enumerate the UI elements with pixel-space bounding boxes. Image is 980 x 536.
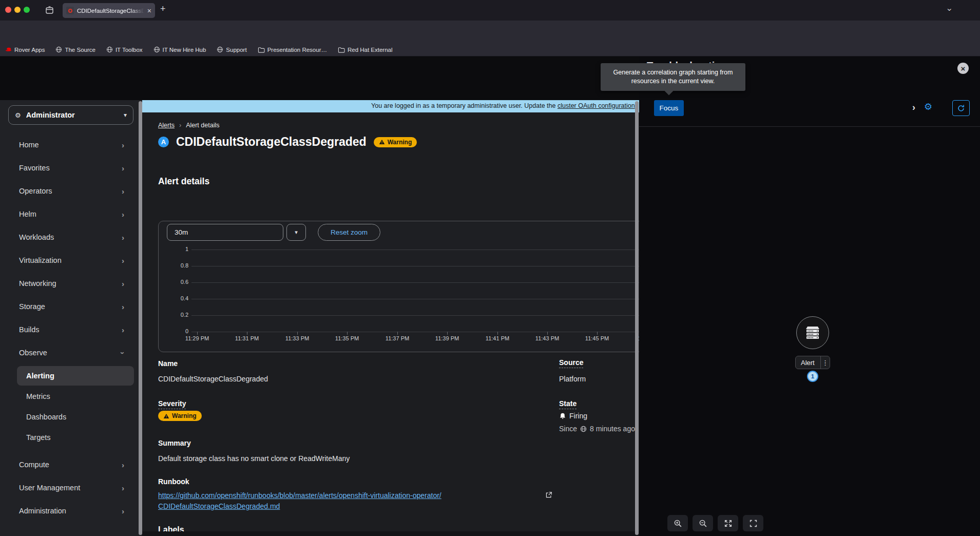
- panel-refresh-button[interactable]: [952, 100, 970, 116]
- sidebar-item-alerting[interactable]: Alerting: [0, 368, 142, 386]
- bookmark-folder-red-hat-external[interactable]: Red Hat External: [338, 47, 393, 53]
- window-minimize-button[interactable]: [14, 7, 21, 13]
- zoom-out-button[interactable]: [693, 515, 713, 531]
- focus-button[interactable]: Focus: [654, 100, 684, 116]
- caret-down-icon: ▾: [124, 111, 127, 119]
- new-tab-button[interactable]: +: [160, 4, 166, 14]
- chevron-right-icon: ›: [122, 210, 124, 219]
- sidebar-item-observe[interactable]: Observe›: [0, 345, 142, 362]
- x-tick-mark: [297, 332, 298, 335]
- redhat-icon: [5, 47, 12, 52]
- duration-caret-button[interactable]: ▾: [286, 224, 306, 241]
- sidebar-item-compute[interactable]: Compute›: [0, 457, 142, 474]
- bookmarks-bar: Rover Apps The Source IT Toolbox IT New …: [0, 43, 980, 56]
- reset-zoom-button[interactable]: Reset zoom: [318, 224, 380, 241]
- sidebar-item-dashboards[interactable]: Dashboards: [0, 409, 142, 427]
- bookmark-it-new-hire-hub[interactable]: IT New Hire Hub: [153, 46, 206, 53]
- sidebar-item-workloads[interactable]: Workloads›: [0, 229, 142, 247]
- cluster-oauth-link[interactable]: cluster OAuth configuration: [558, 102, 635, 109]
- fit-to-screen-button[interactable]: [718, 515, 738, 531]
- browser-toolbar: ← → https://console-openshift-console.ap…: [0, 21, 980, 43]
- sidebar-item-operators[interactable]: Operators›: [0, 183, 142, 201]
- refresh-sync-icon: [957, 104, 965, 112]
- node-count-badge: 1: [807, 371, 818, 382]
- sidebar-item-user-management[interactable]: User Management›: [0, 480, 142, 497]
- sidebar-item-networking[interactable]: Networking›: [0, 276, 142, 293]
- x-tick: 11:29 PM: [185, 335, 209, 341]
- bookmark-the-source[interactable]: The Source: [55, 46, 95, 53]
- gridline: [191, 282, 639, 283]
- severity-warning-badge: Warning: [158, 411, 202, 421]
- runbook-label: Runbook: [158, 477, 189, 486]
- tab-container-icon[interactable]: [45, 6, 54, 14]
- bell-icon: [559, 412, 566, 420]
- topology-alert-node[interactable]: [796, 316, 829, 349]
- duration-select[interactable]: 30m: [167, 224, 283, 241]
- state-value-row: Firing: [559, 412, 587, 420]
- sidebar-item-storage[interactable]: Storage›: [0, 299, 142, 316]
- perspective-switcher[interactable]: ⚙ Administrator ▾: [8, 105, 133, 125]
- tab-overflow-chevron-icon[interactable]: ›: [945, 8, 954, 11]
- y-tick: 1: [164, 246, 188, 252]
- caret-down-icon: ▾: [295, 229, 298, 236]
- sidebar-item-builds[interactable]: Builds›: [0, 322, 142, 339]
- chevron-right-icon: ›: [122, 233, 124, 242]
- sidebar-scrollbar[interactable]: [139, 101, 142, 535]
- x-tick-mark: [597, 332, 598, 335]
- expand-arrows-icon: [724, 519, 733, 528]
- chevron-right-icon: ›: [122, 302, 124, 311]
- chevron-right-icon: ›: [122, 484, 124, 492]
- browser-tab[interactable]: CDIDefaultStorageClassDegrad ×: [63, 3, 155, 18]
- sidebar-item-administration[interactable]: Administration›: [0, 503, 142, 521]
- globe-icon: [217, 46, 223, 53]
- x-tick: 11:31 PM: [235, 335, 259, 341]
- banner-text: You are logged in as a temporary adminis…: [371, 102, 635, 109]
- window-zoom-button[interactable]: [24, 7, 30, 13]
- chevron-right-icon: ›: [122, 461, 124, 469]
- x-tick-mark: [347, 332, 348, 335]
- sidebar-item-helm[interactable]: Helm›: [0, 206, 142, 224]
- troubleshooting-panel: Troubleshooting × Focus › ⚙: [639, 56, 980, 536]
- kebab-menu-icon[interactable]: ⋮: [821, 359, 830, 367]
- main-scrollbar[interactable]: [635, 101, 639, 535]
- panel-close-icon[interactable]: ×: [957, 63, 969, 74]
- sidebar-item-virtualization[interactable]: Virtualization›: [0, 253, 142, 270]
- chevron-right-icon: ›: [122, 187, 124, 196]
- tab-title: CDIDefaultStorageClassDegrad: [77, 8, 144, 14]
- bookmark-support[interactable]: Support: [217, 46, 246, 53]
- browser-tab-strip: CDIDefaultStorageClassDegrad × + ›: [0, 0, 980, 21]
- bookmark-folder-presentation-resources[interactable]: Presentation Resour…: [258, 47, 327, 53]
- y-tick: 0.6: [164, 279, 188, 285]
- summary-label: Summary: [158, 439, 191, 447]
- summary-value: Default storage class has no smart clone…: [158, 454, 350, 463]
- gridline: [191, 266, 639, 266]
- bookmark-rover-apps[interactable]: Rover Apps: [5, 47, 45, 53]
- breadcrumb-alerts-link[interactable]: Alerts: [158, 122, 175, 129]
- window-close-button[interactable]: [5, 7, 11, 13]
- chevron-right-icon: ›: [122, 326, 124, 334]
- chevron-right-icon: ›: [122, 256, 124, 265]
- globe-timestamp-icon: [580, 426, 587, 432]
- bookmark-it-toolbox[interactable]: IT Toolbox: [106, 46, 143, 53]
- x-tick: 11:43 PM: [535, 335, 559, 341]
- zoom-in-button[interactable]: [667, 515, 688, 531]
- y-tick: 0.4: [164, 295, 188, 301]
- sidebar-item-metrics[interactable]: Metrics: [0, 389, 142, 406]
- sidebar-item-home[interactable]: Home›: [0, 137, 142, 155]
- folder-icon: [258, 47, 265, 53]
- external-link-icon[interactable]: [545, 491, 552, 499]
- runbook-link[interactable]: https://github.com/openshift/runbooks/bl…: [158, 490, 441, 512]
- panel-settings-gear-icon[interactable]: ⚙: [924, 101, 932, 112]
- zoom-out-icon: [699, 519, 707, 528]
- fullscreen-button[interactable]: [743, 515, 763, 531]
- y-tick: 0.2: [164, 312, 188, 318]
- x-tick: 11:45 PM: [585, 335, 609, 341]
- panel-chevron-right-icon[interactable]: ›: [912, 102, 915, 113]
- tab-close-icon[interactable]: ×: [147, 7, 151, 15]
- node-label-pill[interactable]: Alert ⋮: [795, 356, 830, 369]
- x-tick: 11:37 PM: [386, 335, 409, 341]
- sidebar-item-favorites[interactable]: Favorites›: [0, 160, 142, 178]
- sidebar-item-targets[interactable]: Targets: [0, 430, 142, 447]
- chevron-right-icon: ›: [122, 164, 124, 173]
- main-content: You are logged in as a temporary adminis…: [142, 100, 639, 536]
